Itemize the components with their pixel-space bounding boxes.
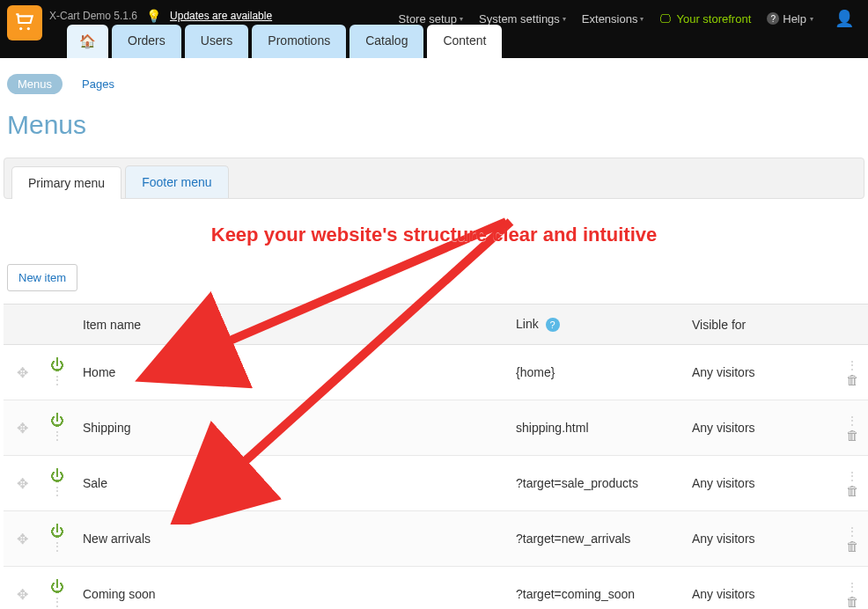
dots-icon[interactable]: ⋮ (846, 469, 858, 483)
extensions-label: Extensions (582, 12, 638, 26)
drag-handle-icon[interactable]: ✥ (17, 476, 28, 491)
tab-content[interactable]: Content (427, 25, 502, 58)
cell-visible-for[interactable]: Any visitors (683, 345, 833, 400)
bulb-icon: 💡 (146, 9, 161, 23)
drag-handle-icon[interactable]: ✥ (17, 587, 28, 602)
tab-catalog[interactable]: Catalog (349, 25, 423, 58)
drag-handle-icon[interactable]: ✥ (17, 532, 28, 547)
extensions-menu[interactable]: Extensions ▾ (582, 12, 644, 26)
header-link-label: Link (516, 317, 539, 331)
tab-home[interactable]: 🏠 (67, 25, 108, 58)
trash-icon[interactable]: 🗑 (846, 594, 859, 609)
power-toggle-icon[interactable]: ⏻ (50, 579, 64, 594)
dots-icon[interactable]: ⋮ (51, 539, 63, 554)
dots-icon[interactable]: ⋮ (846, 525, 858, 539)
cell-item-name[interactable]: New arrivals (74, 511, 507, 567)
store-setup-menu[interactable]: Store setup ▾ (399, 12, 464, 26)
help-tooltip-icon[interactable]: ? (546, 318, 560, 332)
trash-icon[interactable]: 🗑 (846, 428, 859, 443)
tab-users[interactable]: Users (185, 25, 249, 58)
table-row: ✥⏻ ⋮Coming soon?target=coming_soonAny vi… (4, 567, 868, 610)
tabs-container: Primary menu Footer menu (4, 158, 864, 199)
annotation-text: Keep your website's structure clear and … (0, 199, 868, 255)
sub-nav: Menus Pages (0, 58, 868, 94)
cart-logo-icon (13, 11, 36, 34)
avatar-icon[interactable]: 👤 (835, 9, 854, 28)
table-row: ✥⏻ ⋮New arrivals?target=new_arrivalsAny … (4, 511, 868, 567)
header-link: Link ? (507, 304, 683, 345)
help-label: Help (783, 12, 806, 26)
system-settings-label: System settings (479, 12, 560, 26)
dots-icon[interactable]: ⋮ (846, 580, 858, 594)
tab-primary-menu[interactable]: Primary menu (11, 166, 121, 199)
table-row: ✥⏻ ⋮Shippingshipping.htmlAny visitors⋮ 🗑 (4, 400, 868, 456)
cell-visible-for[interactable]: Any visitors (683, 567, 833, 610)
monitor-icon: 🖵 (659, 12, 671, 26)
version-text: X-Cart Demo 5.1.6 (49, 10, 137, 22)
dots-icon[interactable]: ⋮ (846, 414, 858, 428)
page-title: Menus (0, 94, 868, 158)
dots-icon[interactable]: ⋮ (51, 429, 63, 443)
cell-item-name[interactable]: Sale (74, 456, 507, 511)
topbar: X-Cart Demo 5.1.6 💡 Updates are availabl… (0, 0, 868, 58)
cell-link[interactable]: ?target=coming_soon (507, 567, 683, 610)
table-row: ✥⏻ ⋮Home{home}Any visitors⋮ 🗑 (4, 345, 868, 400)
trash-icon[interactable]: 🗑 (846, 539, 859, 554)
table-header-row: Item name Link ? Visible for (4, 304, 868, 345)
chevron-down-icon: ▾ (810, 15, 813, 23)
dots-icon[interactable]: ⋮ (51, 595, 63, 609)
chevron-down-icon: ▾ (460, 15, 463, 23)
help-menu[interactable]: ? Help ▾ (767, 12, 813, 26)
trash-icon[interactable]: 🗑 (846, 483, 859, 498)
tab-footer-menu[interactable]: Footer menu (125, 165, 228, 198)
dots-icon[interactable]: ⋮ (51, 373, 63, 387)
cell-visible-for[interactable]: Any visitors (683, 400, 833, 456)
drag-handle-icon[interactable]: ✥ (17, 421, 28, 436)
store-setup-label: Store setup (399, 12, 458, 26)
system-settings-menu[interactable]: System settings ▾ (479, 12, 566, 26)
drag-handle-icon[interactable]: ✥ (17, 365, 28, 380)
cell-link[interactable]: ?target=new_arrivals (507, 511, 683, 567)
svg-point-1 (27, 27, 30, 30)
power-toggle-icon[interactable]: ⏻ (50, 413, 64, 428)
cell-item-name[interactable]: Home (74, 345, 507, 400)
toolbar: New item (0, 255, 868, 304)
header-item-name: Item name (74, 304, 507, 345)
storefront-link[interactable]: 🖵 Your storefront (659, 12, 751, 26)
updates-link[interactable]: Updates are available (170, 10, 272, 22)
cell-link[interactable]: shipping.html (507, 400, 683, 456)
menus-table: Item name Link ? Visible for ✥⏻ ⋮Home{ho… (4, 304, 868, 609)
header-visible-for: Visible for (683, 304, 833, 345)
power-toggle-icon[interactable]: ⏻ (50, 357, 64, 372)
tab-promotions[interactable]: Promotions (252, 25, 346, 58)
new-item-button[interactable]: New item (7, 264, 77, 291)
cell-item-name[interactable]: Shipping (74, 400, 507, 456)
app-logo[interactable] (7, 5, 42, 40)
main-tabs: 🏠 Orders Users Promotions Catalog Conten… (67, 25, 502, 58)
home-icon: 🏠 (79, 33, 96, 48)
help-icon: ? (767, 12, 779, 25)
subnav-menus[interactable]: Menus (7, 74, 63, 94)
chevron-down-icon: ▾ (563, 15, 566, 23)
power-toggle-icon[interactable]: ⏻ (50, 468, 64, 483)
chevron-down-icon: ▾ (640, 15, 644, 23)
subnav-pages[interactable]: Pages (82, 77, 114, 91)
storefront-label: Your storefront (676, 12, 751, 26)
dots-icon[interactable]: ⋮ (51, 484, 63, 498)
cell-link[interactable]: {home} (507, 345, 683, 400)
tab-orders[interactable]: Orders (112, 25, 181, 58)
cell-visible-for[interactable]: Any visitors (683, 456, 833, 511)
cell-visible-for[interactable]: Any visitors (683, 511, 833, 567)
dots-icon[interactable]: ⋮ (846, 358, 858, 372)
cell-link[interactable]: ?target=sale_products (507, 456, 683, 511)
trash-icon[interactable]: 🗑 (846, 372, 859, 387)
power-toggle-icon[interactable]: ⏻ (50, 524, 64, 539)
cell-item-name[interactable]: Coming soon (74, 567, 507, 610)
table-row: ✥⏻ ⋮Sale?target=sale_productsAny visitor… (4, 456, 868, 511)
svg-point-0 (19, 27, 22, 30)
